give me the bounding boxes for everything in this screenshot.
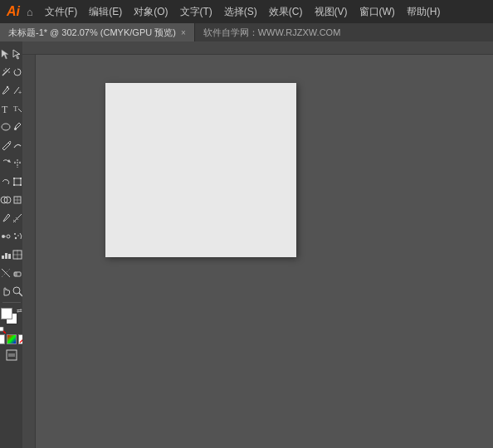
eraser-tool[interactable]: [12, 264, 22, 282]
tab-extra-info: 软件自学网：WWW.RJZXW.COM: [195, 25, 349, 41]
artboard: [105, 83, 296, 257]
symbol-sprayer-tool[interactable]: [12, 227, 22, 246]
tab-close-button[interactable]: ×: [181, 28, 186, 37]
menu-window[interactable]: 窗口(W): [354, 3, 400, 21]
canvas-area[interactable]: [22, 41, 493, 448]
tool-row-zoom: [0, 282, 22, 300]
live-paint-tool[interactable]: [12, 191, 22, 209]
color-area: ⇄: [0, 304, 22, 367]
direct-selection-tool[interactable]: [12, 45, 22, 63]
selection-tool[interactable]: [0, 45, 12, 63]
pen-tool[interactable]: [0, 81, 12, 100]
tab-bar: 未标题-1* @ 302.07% (CMYK/GPU 预览) × 软件自学网：W…: [0, 23, 493, 41]
tool-row-type: T T: [0, 100, 22, 118]
menu-type[interactable]: 文字(T): [175, 3, 217, 21]
menu-effect[interactable]: 效果(C): [264, 3, 308, 21]
main-area: + T T: [0, 41, 493, 448]
tool-row-slice: [0, 264, 22, 282]
smooth-tool[interactable]: [12, 136, 22, 154]
home-icon[interactable]: ⌂: [27, 6, 33, 18]
svg-text:+: +: [18, 90, 22, 95]
menu-view[interactable]: 视图(V): [310, 3, 353, 21]
svg-point-4: [3, 70, 5, 71]
svg-rect-30: [2, 256, 4, 259]
magic-wand-tool[interactable]: [0, 63, 12, 81]
svg-point-10: [14, 128, 17, 130]
extra-text: 软件自学网：WWW.RJZXW.COM: [203, 27, 341, 39]
tool-row-warp: [0, 173, 22, 191]
zoom-tool[interactable]: [12, 282, 22, 300]
hand-tool[interactable]: [0, 282, 12, 300]
svg-point-2: [5, 68, 7, 70]
color-mode-button[interactable]: [0, 334, 5, 344]
add-anchor-tool[interactable]: +: [12, 81, 22, 100]
svg-point-27: [14, 233, 16, 235]
svg-rect-14: [13, 178, 15, 179]
menu-object[interactable]: 对象(O): [129, 3, 173, 21]
shape-builder-tool[interactable]: [0, 191, 12, 209]
rotate-tool[interactable]: [0, 154, 12, 173]
svg-point-3: [8, 71, 10, 73]
svg-rect-42: [0, 327, 3, 331]
swap-colors-icon[interactable]: ⇄: [17, 307, 22, 314]
svg-point-25: [7, 235, 10, 238]
tool-row-shapebuilder: [0, 191, 22, 209]
app-logo: Ai: [7, 4, 20, 19]
menu-bar: 文件(F) 编辑(E) 对象(O) 文字(T) 选择(S) 效果(C) 视图(V…: [40, 3, 486, 21]
gradient-mode-button[interactable]: [7, 334, 17, 344]
tool-row-shape1: [0, 118, 22, 136]
svg-point-9: [2, 124, 10, 130]
tool-row-pencil: [0, 136, 22, 154]
ruler-top: [22, 41, 493, 55]
toolbar-divider: [2, 302, 21, 303]
tool-row-graph: [0, 246, 22, 264]
reflect-tool[interactable]: [12, 154, 22, 173]
svg-rect-15: [20, 178, 22, 179]
svg-line-43: [3, 331, 6, 334]
pencil-tool[interactable]: [0, 136, 12, 154]
color-swatch-group: ⇄: [1, 308, 22, 329]
menu-select[interactable]: 选择(S): [219, 3, 262, 21]
screen-mode-button[interactable]: [6, 349, 17, 363]
svg-point-5: [7, 86, 8, 88]
tab-label: 未标题-1* @ 302.07% (CMYK/GPU 预览): [8, 27, 176, 39]
svg-rect-16: [13, 184, 15, 186]
ellipse-tool[interactable]: [0, 118, 12, 136]
tool-row-selection: [0, 45, 22, 63]
active-tab[interactable]: 未标题-1* @ 302.07% (CMYK/GPU 预览) ×: [0, 23, 195, 41]
type-tool[interactable]: T: [0, 100, 12, 118]
svg-rect-32: [8, 254, 11, 259]
menu-file[interactable]: 文件(F): [40, 3, 82, 21]
tool-row-magic: [0, 63, 22, 81]
svg-line-1: [8, 68, 10, 70]
svg-point-29: [15, 237, 17, 239]
ruler-left: [22, 55, 36, 448]
title-bar: Ai ⌂ 文件(F) 编辑(E) 对象(O) 文字(T) 选择(S) 效果(C)…: [0, 0, 493, 23]
svg-point-24: [2, 235, 5, 238]
fill-swatch[interactable]: [1, 308, 12, 319]
toolbar: + T T: [0, 41, 22, 448]
color-mode-row: [0, 334, 22, 344]
tool-row-pen: +: [0, 81, 22, 100]
artboard-tool[interactable]: [12, 246, 22, 264]
column-graph-tool[interactable]: [0, 246, 12, 264]
svg-rect-31: [5, 253, 7, 259]
eyedropper-tool[interactable]: [0, 209, 12, 227]
svg-line-0: [2, 70, 8, 75]
lasso-tool[interactable]: [12, 63, 22, 81]
slice-tool[interactable]: [0, 264, 12, 282]
svg-rect-39: [14, 272, 17, 276]
menu-help[interactable]: 帮助(H): [402, 3, 446, 21]
svg-text:T: T: [2, 104, 8, 114]
menu-edit[interactable]: 编辑(E): [84, 3, 127, 21]
blend-tool[interactable]: [0, 227, 12, 246]
svg-point-28: [17, 235, 19, 236]
measure-tool[interactable]: [12, 209, 22, 227]
svg-rect-17: [20, 184, 22, 186]
paintbrush-tool[interactable]: [12, 118, 22, 136]
free-transform-tool[interactable]: [12, 173, 22, 191]
reset-colors-icon[interactable]: [0, 324, 6, 331]
svg-rect-46: [8, 353, 15, 357]
touch-type-tool[interactable]: T: [12, 100, 22, 118]
warp-tool[interactable]: [0, 173, 12, 191]
